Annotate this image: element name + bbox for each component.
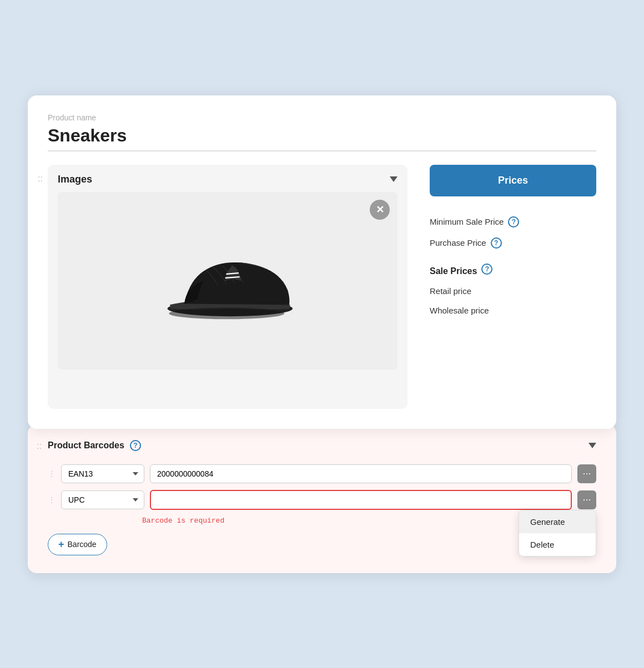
images-drag-handle[interactable]: :: <box>38 174 43 184</box>
barcode-row-1-drag-handle[interactable]: ⋮ <box>48 469 56 478</box>
sale-prices-label: Sale Prices <box>430 266 477 276</box>
barcodes-drag-handle[interactable]: :: <box>37 441 42 451</box>
image-thumbnail-area: ✕ <box>58 192 398 370</box>
sneaker-image <box>155 231 300 331</box>
purchase-price-label: Purchase Price <box>430 238 486 247</box>
more-dots-icon-2: ··· <box>582 494 591 505</box>
barcode-more-button-1[interactable]: ··· <box>577 464 596 483</box>
retail-price-row: Retail price <box>430 286 596 296</box>
barcode-row-2-drag-handle[interactable]: ⋮ <box>48 495 56 504</box>
top-product-card: Product name :: Images <box>28 95 616 429</box>
barcodes-card: :: Product Barcodes ? ⋮ EAN13 UPC EAN8 ·… <box>28 424 616 573</box>
barcode-row-2: ⋮ EAN13 UPC EAN8 ··· <box>48 490 596 510</box>
minimum-sale-price-label: Minimum Sale Price <box>430 217 504 226</box>
barcode-more-button-2[interactable]: ··· <box>577 490 596 509</box>
purchase-price-help-icon[interactable]: ? <box>491 237 502 249</box>
sale-prices-help-icon[interactable]: ? <box>481 264 492 275</box>
images-panel-title: Images <box>58 174 92 185</box>
sale-prices-row: Sale Prices ? <box>430 262 596 276</box>
prices-button[interactable]: Prices <box>430 165 596 196</box>
images-panel: :: Images <box>48 165 407 409</box>
wholesale-price-label: Wholesale price <box>430 306 489 315</box>
add-barcode-button[interactable]: + Barcode <box>48 534 107 555</box>
barcode-dropdown-menu: Generate Delete <box>519 510 596 556</box>
dropdown-item-delete[interactable]: Delete <box>519 533 596 556</box>
barcodes-chevron-down-icon[interactable] <box>588 443 596 448</box>
more-dots-icon: ··· <box>582 468 591 479</box>
barcode-type-select-1[interactable]: EAN13 UPC EAN8 <box>61 464 144 483</box>
purchase-price-row: Purchase Price ? <box>430 237 596 249</box>
add-icon: + <box>58 539 64 550</box>
barcodes-header: Product Barcodes ? <box>48 440 596 451</box>
barcode-row-2-wrapper: ⋮ EAN13 UPC EAN8 ··· Barcode is required… <box>48 490 596 525</box>
dropdown-item-generate[interactable]: Generate <box>519 510 596 533</box>
images-chevron-down-icon[interactable] <box>390 176 398 182</box>
barcode-value-input-1[interactable] <box>150 464 572 483</box>
product-name-label: Product name <box>48 113 596 122</box>
wholesale-price-row: Wholesale price <box>430 306 596 315</box>
prices-panel: Prices Minimum Sale Price ? Purchase Pri… <box>430 165 596 325</box>
barcode-row-1: ⋮ EAN13 UPC EAN8 ··· <box>48 464 596 483</box>
svg-point-3 <box>169 307 284 319</box>
product-name-input[interactable] <box>48 125 596 151</box>
barcode-value-input-2[interactable] <box>150 490 572 510</box>
minimum-sale-price-row: Minimum Sale Price ? <box>430 216 596 227</box>
barcodes-help-icon[interactable]: ? <box>130 440 141 451</box>
minimum-sale-price-help-icon[interactable]: ? <box>508 216 519 227</box>
retail-price-label: Retail price <box>430 286 471 296</box>
close-icon: ✕ <box>376 204 384 216</box>
add-barcode-label: Barcode <box>68 540 97 549</box>
barcode-type-select-2[interactable]: EAN13 UPC EAN8 <box>61 490 144 509</box>
remove-image-button[interactable]: ✕ <box>370 200 390 220</box>
barcodes-title: Product Barcodes <box>48 441 124 451</box>
